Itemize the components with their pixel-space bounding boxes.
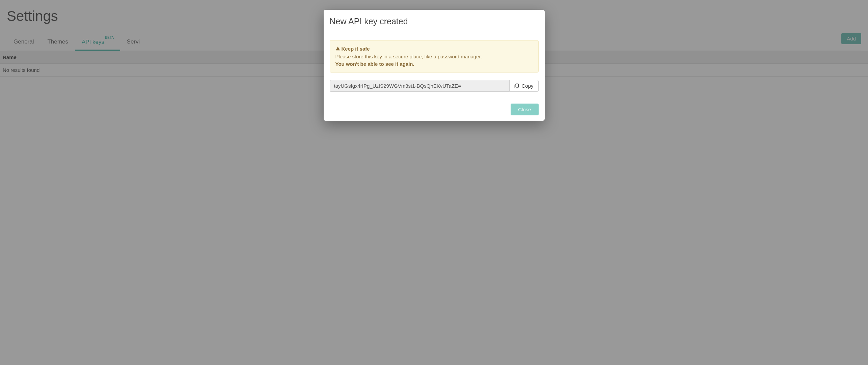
modal-title: New API key created [330, 17, 539, 26]
svg-rect-0 [516, 84, 519, 87]
close-button[interactable]: Close [511, 104, 538, 115]
modal-footer: Close [324, 98, 545, 121]
copy-icon [514, 83, 519, 88]
alert-title: Keep it safe [342, 46, 370, 52]
api-key-input[interactable] [330, 80, 510, 92]
api-key-row: Copy [330, 80, 539, 92]
alert-body: Please store this key in a secure place,… [335, 54, 482, 59]
copy-label: Copy [521, 83, 533, 89]
copy-button[interactable]: Copy [509, 80, 538, 92]
new-api-key-modal: New API key created Keep it safe Please … [324, 10, 545, 121]
alert-strong: You won't be able to see it again. [335, 61, 414, 67]
warning-icon [335, 46, 340, 53]
modal-header: New API key created [324, 10, 545, 34]
modal-body: Keep it safe Please store this key in a … [324, 34, 545, 98]
keep-it-safe-alert: Keep it safe Please store this key in a … [330, 40, 539, 73]
modal-overlay[interactable]: New API key created Keep it safe Please … [0, 0, 868, 365]
